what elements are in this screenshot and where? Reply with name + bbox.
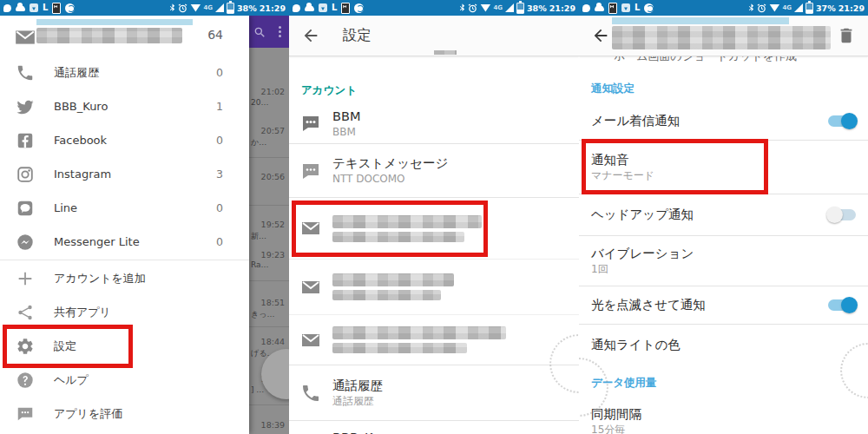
bg-msg-snippet: 20… — [251, 98, 268, 107]
blurred-title — [332, 215, 482, 228]
battery-percent: 38% — [237, 3, 257, 13]
drawer-item-label: Messenger Lite — [54, 235, 140, 248]
drawer-item-share-apps[interactable]: 共有アプリ — [0, 295, 249, 329]
bg-msg-snippet: ] … — [251, 385, 264, 394]
weather-icon — [595, 5, 604, 11]
setting-row-mail-notification[interactable]: メール着信通知 — [579, 102, 868, 140]
setting-row-notification-sound[interactable]: 通知音 マナーモード — [579, 141, 868, 194]
page-title: 設定 — [343, 26, 372, 45]
list-item-bbm[interactable]: BBM BBM — [289, 103, 579, 143]
back-arrow-icon[interactable] — [301, 26, 320, 45]
help-icon — [16, 371, 35, 390]
mail-icon — [300, 330, 321, 351]
setting-label: メール着信通知 — [591, 113, 680, 129]
drawer-item-instagram[interactable]: Instagram 3 — [0, 157, 249, 191]
setting-row-sync-interval[interactable]: 同期間隔 15分毎 — [579, 396, 868, 434]
drawer-item-label: 通話履歴 — [54, 65, 99, 81]
clock: 21:29 — [549, 3, 575, 13]
battery-icon — [227, 3, 234, 14]
list-item-sms[interactable]: テキストメッセージ NTT DOCOMO — [289, 144, 579, 197]
drawer-item-count: 3 — [216, 168, 223, 181]
dimmed-message-list: 21:02 20… 20:57 か… 20:56 19:52 新… 19:23 … — [249, 16, 289, 434]
item-subtitle: 通話履歴 — [332, 394, 579, 408]
alarm-icon — [468, 3, 477, 13]
list-item-email-account[interactable] — [289, 315, 579, 365]
clipboard-icon — [52, 3, 61, 14]
bg-msg-snippet: か… — [251, 137, 266, 148]
drawer-item-count: 0 — [216, 201, 223, 214]
battery-percent: 37% — [816, 3, 836, 13]
drawer-item-count: 0 — [216, 235, 223, 248]
setting-value: マナーモード — [591, 168, 654, 182]
item-title: テキストメッセージ — [332, 155, 579, 172]
setting-row-vibration[interactable]: バイブレーション 1回 — [579, 236, 868, 286]
bg-msg-time: 18:44 — [261, 337, 285, 346]
item-title: 通話履歴 — [332, 378, 579, 394]
messenger-icon — [16, 233, 35, 252]
mail-icon — [300, 218, 321, 239]
drawer-item-count: 1 — [216, 100, 223, 113]
twitter-icon — [16, 97, 35, 116]
sync-icon — [65, 3, 75, 13]
mail-icon — [14, 26, 36, 49]
bg-msg-time: 20:56 — [261, 172, 285, 181]
blurred-account-name — [36, 28, 182, 43]
screen-account-notification-settings: L 4G 37% 21:29 ホーム画面のショートカットを作成 通知設定 メール… — [579, 0, 868, 434]
trash-icon[interactable] — [837, 26, 856, 45]
list-item-email-account[interactable] — [289, 260, 579, 314]
alarm-icon — [178, 3, 187, 13]
status-bar: L 4G 38% 21:29 — [0, 0, 289, 16]
drawer-account-header[interactable]: 64 — [0, 16, 249, 56]
setting-row-light-color[interactable]: 通知ライトの色 — [579, 325, 868, 365]
back-arrow-icon[interactable] — [591, 26, 610, 45]
drawer-item-label: アプリを評価 — [54, 406, 122, 422]
toggle-blink-light[interactable] — [828, 299, 856, 311]
setting-row-blink-light[interactable]: 光を点滅させて通知 — [579, 286, 868, 324]
overflow-menu-icon[interactable] — [279, 26, 281, 37]
feedback-bubble-icon — [16, 404, 35, 424]
bg-msg-time: 21:02 — [261, 87, 285, 96]
setting-label: ヘッドアップ通知 — [591, 207, 694, 223]
signal-icon — [215, 3, 224, 12]
blurred-account-title — [612, 26, 831, 49]
l-notification-icon: L — [332, 3, 337, 12]
drawer-item-line[interactable]: Line 0 — [0, 191, 249, 225]
drawer-item-settings[interactable]: 設定 — [0, 329, 249, 363]
drawer-item-label: アカウントを追加 — [54, 271, 146, 286]
unread-count: 64 — [207, 28, 223, 42]
drawer-item-rate-app[interactable]: アプリを評価 — [0, 397, 249, 431]
section-header-notifications: 通知設定 — [579, 69, 868, 102]
setting-value: 1回 — [591, 262, 694, 276]
drawer-item-add-account[interactable]: アカウントを追加 — [0, 261, 249, 295]
list-item-twitter-account[interactable]: BBB_Kuro — [289, 421, 579, 434]
plus-icon — [16, 269, 35, 288]
setting-row-heads-up[interactable]: ヘッドアップ通知 — [579, 194, 868, 235]
toggle-heads-up[interactable] — [828, 209, 856, 220]
instagram-icon — [16, 165, 35, 184]
setting-value: 15分毎 — [591, 423, 641, 434]
screen-drawer: L 4G 38% 21:29 21:02 20… 20:57 か… 20:56 … — [0, 0, 289, 434]
facebook-icon — [16, 131, 35, 150]
notification-app-icon — [3, 4, 11, 12]
signal-icon — [794, 3, 803, 12]
bg-msg-time: 19:23 — [261, 250, 285, 260]
section-header: アカウント — [289, 56, 579, 103]
drawer-item-messenger-lite[interactable]: Messenger Lite 0 — [0, 225, 249, 259]
drawer-item-call-history[interactable]: 通話履歴 0 — [0, 56, 249, 89]
list-item-email-account[interactable] — [289, 198, 579, 259]
alarm-icon — [757, 3, 766, 13]
drawer-item-label: ヘルプ — [54, 372, 89, 388]
network-type: 4G — [203, 4, 213, 11]
toggle-mail-notification[interactable] — [828, 115, 856, 127]
battery-icon — [516, 3, 524, 14]
wifi-icon — [480, 4, 490, 12]
drawer-item-help[interactable]: ヘルプ — [0, 363, 249, 397]
drawer-item-facebook[interactable]: Facebook 0 — [0, 123, 249, 157]
blurred-subtitle — [332, 290, 441, 300]
search-icon[interactable] — [253, 26, 266, 38]
blurred-account-highlight — [36, 19, 193, 25]
drawer-item-twitter[interactable]: BBB_Kuro 1 — [0, 89, 249, 123]
list-item-call-history[interactable]: 通話履歴 通話履歴 — [289, 365, 579, 420]
item-title: BBB_Kuro — [332, 430, 579, 434]
status-bar: L 4G 38% 21:29 — [289, 0, 579, 16]
